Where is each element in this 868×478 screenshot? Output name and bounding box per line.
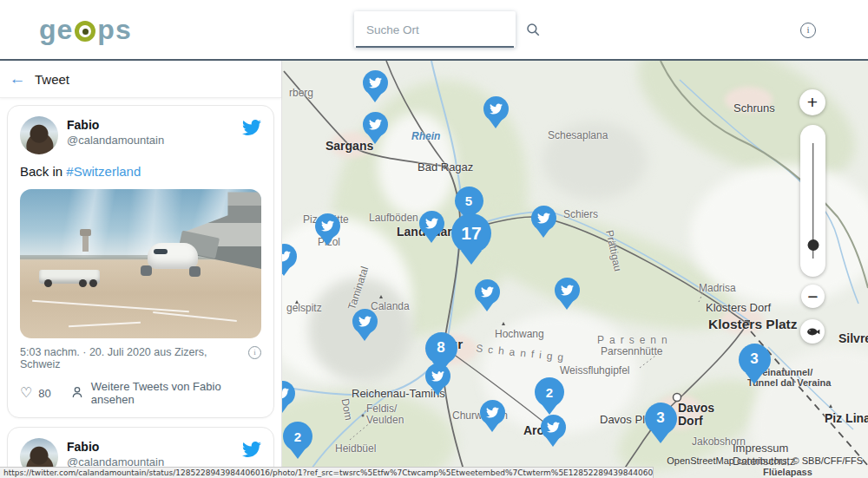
logo-text-left: ge [39, 14, 73, 45]
map-attribution: OpenStreetMap contributors, © SBB/CFF/FF… [667, 455, 863, 466]
search-icon[interactable] [525, 15, 541, 44]
author-handle: @calandamountain [67, 134, 242, 147]
map-label: Dorf [678, 414, 703, 428]
tweet-meta: 5:03 nachm. · 20. Juli 2020 aus Zizers, … [20, 346, 261, 370]
map-label: Klosters Dorf [706, 301, 771, 314]
tweet-marker[interactable] [282, 244, 297, 276]
cluster-marker[interactable]: 3 [645, 403, 677, 443]
tweet-timestamp: 5:03 nachm. · 20. Juli 2020 aus Zizers, … [20, 346, 207, 370]
map-label: Parsennhütte [601, 345, 662, 357]
map-label: Klosters Platz [708, 317, 798, 332]
geops-logo[interactable]: ge ps [39, 14, 132, 45]
map-label: Veulden [366, 414, 404, 426]
zoom-slider-knob[interactable] [807, 239, 819, 251]
baselayer-icon [806, 324, 820, 339]
map-label: Feldis/ [366, 403, 397, 415]
map-label: Flüelapass [763, 467, 812, 477]
avatar[interactable] [20, 116, 58, 154]
author-name: Fabio [67, 118, 242, 132]
map-label: Davos [678, 401, 714, 415]
tweet-author: Fabio @calandamountain [67, 438, 242, 468]
twitter-bird-icon[interactable] [242, 116, 261, 141]
tweet-marker[interactable] [315, 213, 340, 246]
browser-status-bar: https://twitter.com/calandamountain/stat… [0, 467, 654, 478]
map-label: Davos Pl [600, 413, 645, 426]
tweet-card[interactable]: Fabio @calandamountain Back in #Switzerl… [7, 105, 274, 418]
map-label: Hochwang [495, 328, 544, 340]
tweet-marker[interactable] [475, 279, 500, 311]
tweet-text: Back in #Switzerland [20, 163, 261, 180]
person-icon [70, 385, 84, 402]
tweet-marker[interactable] [363, 70, 388, 102]
tweet-info-icon[interactable]: i [248, 346, 261, 359]
tweet-marker[interactable] [541, 415, 566, 447]
map-label: Parsenn [597, 334, 673, 346]
baselayer-toggle-button[interactable] [800, 319, 825, 344]
map-label: gelspitz [286, 302, 322, 314]
map-label: Rhein [411, 130, 440, 142]
tweet-marker[interactable] [352, 309, 378, 341]
zoom-slider[interactable] [800, 125, 825, 277]
map-label: Schiers [563, 208, 598, 220]
map-label: Schesaplana [548, 129, 608, 141]
tweet-actions: ♡ 80 Weitere Tweets von Fabio ansehen [20, 380, 261, 406]
tweet-photo-airport[interactable] [20, 189, 261, 338]
impressum-link[interactable]: Impressum [733, 442, 788, 455]
tweet-marker[interactable] [555, 278, 580, 310]
back-arrow-icon[interactable]: ← [0, 69, 35, 88]
search-input[interactable] [354, 23, 525, 36]
map-label: Laufböden [369, 212, 418, 224]
cluster-marker[interactable]: 8 [425, 332, 457, 373]
tweet-marker[interactable] [419, 211, 444, 243]
cluster-marker[interactable]: 17 [451, 213, 491, 265]
zoom-in-button[interactable]: + [799, 89, 825, 115]
tweet-marker[interactable] [363, 112, 388, 144]
more-tweets-link[interactable]: Weitere Tweets von Fabio ansehen [91, 380, 261, 406]
map-canvas[interactable]: rbergSargansRheinBad RagazSchrunsSchesap… [282, 61, 868, 478]
sidebar-header: ← Tweet [0, 61, 281, 98]
map-label: Madrisa [699, 282, 736, 294]
like-heart-icon[interactable]: ♡ [20, 387, 32, 399]
search-underline [356, 46, 514, 48]
map-label: Weissfluhgipfel [560, 364, 629, 377]
hashtag-link[interactable]: #Switzerland [66, 164, 141, 179]
tweet-marker[interactable] [282, 381, 295, 413]
place-search-box [354, 11, 516, 48]
tweet-text-plain: Back in [20, 164, 66, 179]
app-header: ge ps i [0, 0, 868, 61]
cluster-marker[interactable]: 2 [535, 377, 564, 415]
map-label: Silvret [838, 331, 868, 345]
map-label: Schruns [733, 101, 775, 115]
tweet-marker[interactable] [483, 96, 509, 128]
tweet-marker[interactable] [531, 206, 556, 238]
tweet-author: Fabio @calandamountain [67, 116, 242, 147]
cluster-marker[interactable]: 3 [739, 344, 771, 384]
map-label: rberg [289, 87, 313, 99]
map-label: Heidbüel [335, 442, 376, 455]
tweet-marker[interactable] [480, 400, 505, 432]
tweet-sidebar: ← Tweet Fabio @calandamountain Back in #… [0, 61, 282, 478]
twitter-bird-icon[interactable] [242, 438, 261, 462]
map-label: Bad Ragaz [418, 160, 473, 174]
author-name: Fabio [67, 440, 242, 454]
info-icon[interactable]: i [800, 23, 816, 38]
logo-o-icon [75, 21, 95, 42]
logo-text-right: ps [97, 14, 131, 45]
like-count: 80 [38, 387, 50, 400]
zoom-out-button[interactable]: − [801, 285, 825, 308]
sidebar-title: Tweet [35, 72, 69, 87]
cluster-marker[interactable]: 2 [283, 422, 312, 459]
map-label: Piz Linar [825, 411, 868, 425]
tweet-header: Fabio @calandamountain [20, 116, 261, 154]
